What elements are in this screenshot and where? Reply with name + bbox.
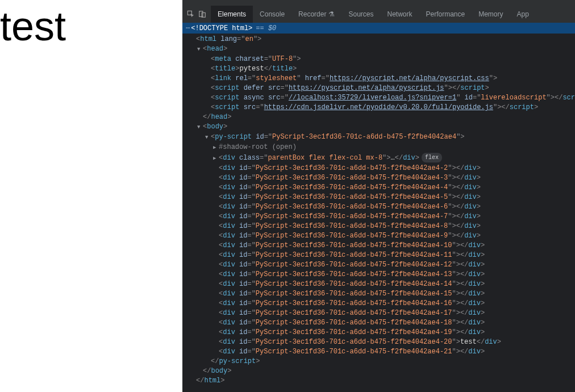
pyscript-open[interactable]: <py-script id="PyScript-3ec1fd36-701c-a6… bbox=[186, 132, 575, 143]
pyscript-div[interactable]: <div id="PyScript-3ec1fd36-701c-a6dd-b47… bbox=[186, 337, 575, 347]
page-text: test bbox=[0, 6, 182, 47]
pyscript-div[interactable]: <div id="PyScript-3ec1fd36-701c-a6dd-b47… bbox=[186, 308, 575, 318]
pyscript-div[interactable]: <div id="PyScript-3ec1fd36-701c-a6dd-b47… bbox=[186, 251, 575, 260]
pyscript-div[interactable]: <div id="PyScript-3ec1fd36-701c-a6dd-b47… bbox=[186, 231, 575, 241]
meta-tag[interactable]: <meta charset="UTF-8"> bbox=[186, 55, 575, 64]
flask-icon: ⚗ bbox=[328, 10, 335, 18]
page-pane: test bbox=[0, 0, 182, 392]
selected-marker: == $0 bbox=[256, 24, 276, 32]
tab-sources[interactable]: Sources bbox=[341, 6, 380, 23]
dom-tree[interactable]: <html lang="en"> <head> <meta charset="U… bbox=[182, 34, 575, 389]
head-open[interactable]: <head> bbox=[186, 44, 575, 55]
device-toggle-icon[interactable] bbox=[197, 9, 207, 19]
tab-network[interactable]: Network bbox=[380, 6, 419, 23]
html-close[interactable]: </html> bbox=[186, 376, 575, 386]
pyscript-div[interactable]: <div id="PyScript-3ec1fd36-701c-a6dd-b47… bbox=[186, 193, 575, 202]
tab-recorder[interactable]: Recorder⚗ bbox=[291, 6, 341, 23]
pyscript-div[interactable]: <div id="PyScript-3ec1fd36-701c-a6dd-b47… bbox=[186, 280, 575, 289]
tab-elements[interactable]: Elements bbox=[211, 6, 253, 23]
svg-rect-1 bbox=[199, 11, 203, 17]
body-close[interactable]: </body> bbox=[186, 366, 575, 376]
tab-console[interactable]: Console bbox=[253, 6, 291, 23]
body-open[interactable]: <body> bbox=[186, 122, 575, 132]
flex-pill: flex bbox=[422, 153, 442, 162]
link-tag[interactable]: <link rel="stylesheet" href="https://pys… bbox=[186, 74, 575, 84]
tab-performance[interactable]: Performance bbox=[419, 6, 472, 23]
pyscript-div[interactable]: <div id="PyScript-3ec1fd36-701c-a6dd-b47… bbox=[186, 318, 575, 328]
script-livereload[interactable]: <script async src="//localhost:35729/liv… bbox=[186, 93, 575, 103]
html-open[interactable]: <html lang="en"> bbox=[186, 35, 575, 44]
head-close[interactable]: </head> bbox=[186, 112, 575, 122]
pyscript-div[interactable]: <div id="PyScript-3ec1fd36-701c-a6dd-b47… bbox=[186, 289, 575, 299]
pyscript-div[interactable]: <div id="PyScript-3ec1fd36-701c-a6dd-b47… bbox=[186, 260, 575, 270]
pyscript-div[interactable]: <div id="PyScript-3ec1fd36-701c-a6dd-b47… bbox=[186, 328, 575, 337]
devtools-panel: Elements Console Recorder⚗ Sources Netwo… bbox=[182, 0, 575, 392]
tab-memory[interactable]: Memory bbox=[472, 6, 510, 23]
inspect-icon[interactable] bbox=[186, 9, 196, 19]
shadow-root[interactable]: #shadow-root (open) bbox=[186, 143, 575, 153]
tab-application[interactable]: App bbox=[510, 6, 536, 23]
title-tag[interactable]: <title>pytest</title> bbox=[186, 64, 575, 74]
script-pyodide[interactable]: <script src="https://cdn.jsdelivr.net/py… bbox=[186, 103, 575, 112]
ellipsis-icon: ⋯ bbox=[186, 24, 190, 32]
devtools-toolbar: Elements Console Recorder⚗ Sources Netwo… bbox=[182, 6, 575, 23]
pyscript-div[interactable]: <div id="PyScript-3ec1fd36-701c-a6dd-b47… bbox=[186, 212, 575, 222]
pyscript-div[interactable]: <div id="PyScript-3ec1fd36-701c-a6dd-b47… bbox=[186, 173, 575, 183]
pyscript-div[interactable]: <div id="PyScript-3ec1fd36-701c-a6dd-b47… bbox=[186, 241, 575, 251]
doctype-text: <!DOCTYPE html> bbox=[191, 24, 252, 32]
pyscript-div[interactable]: <div id="PyScript-3ec1fd36-701c-a6dd-b47… bbox=[186, 270, 575, 280]
parentbox-div[interactable]: <div class="parentBox flex flex-col mx-8… bbox=[186, 153, 575, 164]
pyscript-close[interactable]: </py-script> bbox=[186, 357, 575, 366]
script-pyscript[interactable]: <script defer src="https://pyscript.net/… bbox=[186, 84, 575, 93]
pyscript-div[interactable]: <div id="PyScript-3ec1fd36-701c-a6dd-b47… bbox=[186, 222, 575, 231]
doctype-row[interactable]: ⋯ <!DOCTYPE html> == $0 bbox=[182, 23, 575, 34]
pyscript-div[interactable]: <div id="PyScript-3ec1fd36-701c-a6dd-b47… bbox=[186, 202, 575, 212]
pyscript-div[interactable]: <div id="PyScript-3ec1fd36-701c-a6dd-b47… bbox=[186, 299, 575, 308]
pyscript-div[interactable]: <div id="PyScript-3ec1fd36-701c-a6dd-b47… bbox=[186, 347, 575, 357]
devtools-tabs: Elements Console Recorder⚗ Sources Netwo… bbox=[211, 6, 536, 23]
pyscript-div[interactable]: <div id="PyScript-3ec1fd36-701c-a6dd-b47… bbox=[186, 183, 575, 193]
pyscript-div[interactable]: <div id="PyScript-3ec1fd36-701c-a6dd-b47… bbox=[186, 164, 575, 173]
